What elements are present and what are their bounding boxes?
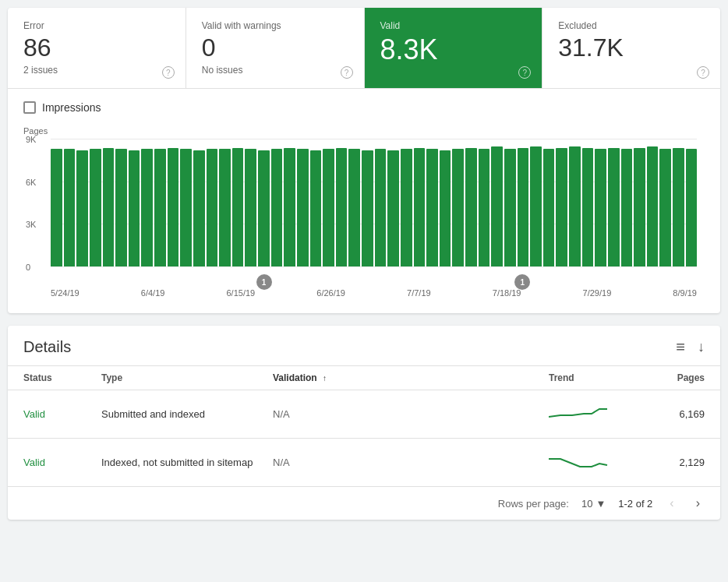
col-type: Type	[101, 372, 273, 383]
details-header: Details ≡ ↓	[8, 326, 720, 365]
col-trend: Trend	[549, 372, 642, 383]
chart-bar	[284, 148, 295, 267]
chart-bar	[154, 149, 166, 266]
valid-warnings-help-icon[interactable]: ?	[341, 66, 353, 79]
impressions-checkbox[interactable]	[23, 101, 36, 114]
status-valid-warnings[interactable]: Valid with warnings 0 No issues ?	[186, 8, 365, 88]
details-table: Status Type Validation ↑ Trend Pages Val…	[8, 365, 720, 520]
chart-bar	[207, 149, 218, 266]
rows-per-page-select[interactable]: 10 ▼	[581, 498, 606, 510]
chart-bar	[452, 149, 464, 266]
valid-warnings-label: Valid with warnings	[202, 20, 348, 31]
chart-bar	[647, 146, 659, 266]
status-error[interactable]: Error 86 2 issues ?	[8, 8, 186, 88]
error-sub: 2 issues	[23, 65, 170, 76]
col-validation[interactable]: Validation ↑	[273, 372, 549, 383]
chart-bar	[659, 149, 671, 266]
chart-bar	[115, 149, 127, 266]
grid-line-0: 0	[51, 266, 697, 267]
chart-bar	[582, 148, 594, 267]
chart-bar	[323, 149, 334, 266]
table-header: Status Type Validation ↑ Trend Pages	[8, 365, 720, 390]
rows-dropdown-arrow: ▼	[595, 498, 606, 510]
chart-bar	[569, 146, 581, 266]
error-value: 86	[23, 34, 170, 62]
chart-bar	[168, 148, 179, 267]
row2-status: Valid	[23, 457, 101, 468]
chart-bar	[64, 149, 76, 266]
x-label-5: 7/18/19	[493, 288, 521, 298]
rows-range: 1-2 of 2	[618, 498, 652, 510]
x-label-7: 8/9/19	[673, 288, 697, 298]
chart-bar	[90, 149, 101, 266]
x-label-1: 6/4/19	[141, 288, 165, 298]
chart-wrapper: Pages 9K 6K 3K 0	[23, 126, 705, 298]
chart-bar	[375, 149, 387, 266]
prev-page-button[interactable]: ‹	[665, 495, 678, 512]
impressions-label: Impressions	[42, 101, 101, 114]
x-label-3: 6/26/19	[316, 288, 345, 298]
row1-validation: N/A	[273, 408, 549, 420]
valid-label: Valid	[380, 20, 527, 31]
chart-bar	[245, 149, 256, 266]
table-row: Valid Indexed, not submitted in sitemap …	[8, 439, 720, 487]
chart-bar	[634, 148, 645, 267]
chart-bar	[479, 149, 490, 266]
error-help-icon[interactable]: ?	[162, 66, 175, 79]
chart-bar	[141, 149, 153, 266]
rows-per-page-label: Rows per page:	[498, 498, 569, 510]
table-row: Valid Submitted and indexed N/A 6,169	[8, 390, 720, 439]
chart-bar	[401, 149, 412, 266]
row2-pages: 2,129	[642, 457, 705, 468]
x-label-6: 7/29/19	[583, 288, 612, 298]
status-excluded[interactable]: Excluded 31.7K ?	[542, 8, 720, 88]
sort-arrow: ↑	[323, 374, 327, 383]
row2-validation: N/A	[273, 457, 549, 468]
chart-bar	[530, 146, 542, 266]
chart-bar	[504, 149, 516, 266]
status-bar: Error 86 2 issues ? Valid with warnings …	[8, 8, 720, 89]
chart-bar	[387, 150, 399, 266]
row2-type: Indexed, not submitted in sitemap	[101, 457, 273, 468]
grid-label-3k: 3K	[26, 220, 36, 229]
row2-trend	[549, 450, 642, 475]
chart-bar	[362, 150, 373, 266]
valid-help-icon[interactable]: ?	[518, 66, 531, 79]
trend-svg-1	[549, 401, 611, 425]
chart-bar	[258, 150, 270, 266]
chart-area: 9K 6K 3K 0 1 1	[51, 139, 697, 266]
chart-bar	[348, 149, 360, 266]
impressions-toggle[interactable]: Impressions	[23, 101, 705, 114]
details-card: Details ≡ ↓ Status Type Validation ↑ Tre…	[8, 326, 720, 520]
chart-bar	[595, 149, 606, 266]
valid-value: 8.3K	[380, 34, 527, 65]
details-actions: ≡ ↓	[676, 338, 705, 356]
x-label-2: 6/15/19	[226, 288, 255, 298]
x-label-4: 7/7/19	[407, 288, 431, 298]
chart-bar	[673, 148, 684, 267]
chart-bar	[193, 150, 205, 266]
chart-bar	[129, 150, 140, 266]
excluded-value: 31.7K	[558, 34, 705, 62]
details-title: Details	[23, 338, 71, 356]
status-valid[interactable]: Valid 8.3K ?	[365, 8, 543, 88]
row1-type: Submitted and indexed	[101, 408, 273, 420]
chart-section: Impressions Pages 9K 6K 3K 0	[8, 89, 720, 313]
chart-bar	[76, 150, 88, 266]
chart-bar	[271, 149, 283, 266]
rows-per-page-value: 10	[581, 498, 592, 510]
chart-bar	[103, 148, 115, 267]
col-pages: Pages	[642, 372, 705, 383]
chart-bar	[608, 148, 620, 267]
excluded-help-icon[interactable]: ?	[697, 66, 709, 79]
row1-status: Valid	[23, 408, 101, 420]
grid-label-6k: 6K	[26, 178, 36, 187]
chart-bar	[51, 149, 62, 266]
chart-bar	[414, 148, 426, 267]
download-icon[interactable]: ↓	[698, 339, 705, 355]
trend-svg-2	[549, 450, 611, 473]
chart-bar	[336, 148, 348, 267]
col-status: Status	[23, 372, 101, 383]
next-page-button[interactable]: ›	[691, 495, 705, 512]
filter-icon[interactable]: ≡	[676, 338, 685, 356]
